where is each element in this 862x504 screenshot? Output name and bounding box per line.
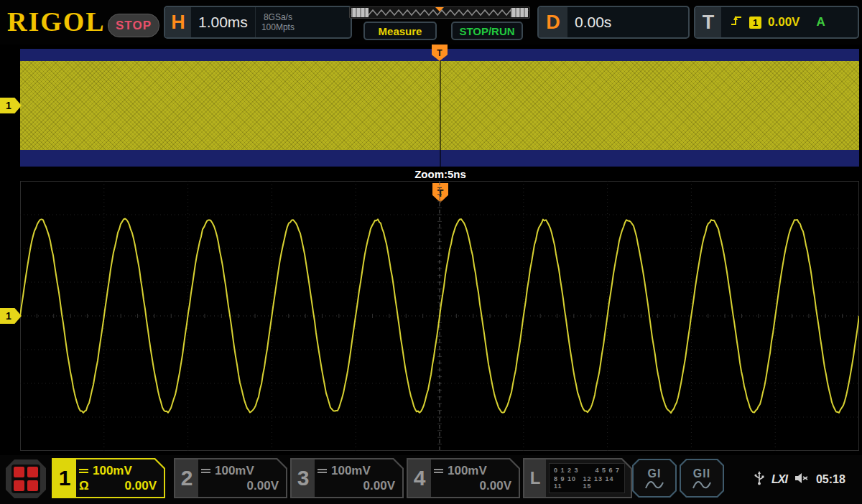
channel-2-number: 2 — [175, 459, 198, 497]
sample-rate: 8GSa/s — [264, 12, 292, 22]
acquisition-info: 8GSa/s 100Mpts — [255, 7, 300, 37]
preview-right-handle[interactable] — [511, 8, 528, 17]
delay-value: 0.00s — [567, 7, 618, 37]
main-window-overview — [20, 49, 859, 167]
bottom-status-bar: 1 100mV Ω 0.00V 2 — [0, 455, 862, 504]
dc-coupling-icon — [318, 467, 327, 475]
channel-1-offset: 0.00V — [125, 479, 157, 493]
generator-1-button[interactable]: GI — [632, 459, 677, 498]
channel-4-scale: 100mV — [448, 464, 487, 478]
channel-2-box[interactable]: 2 100mV 0.00V — [174, 458, 287, 498]
zoom-timebase-label: Zoom:5ns — [414, 168, 466, 180]
channel-4-box[interactable]: 4 100mV 0.00V — [407, 458, 520, 498]
logic-channels-box[interactable]: L 0 1 2 3 4 5 6 7 8 9 10 11 12 13 14 15 — [523, 458, 632, 498]
channel-3-number: 3 — [292, 459, 315, 497]
channel-2-offset: 0.00V — [247, 479, 279, 493]
channel-4-offset: 0.00V — [480, 479, 511, 493]
logic-group-0-3: 0 1 2 3 — [554, 467, 579, 474]
rigol-logo: RIGOL — [7, 6, 106, 37]
channel-1-scale: 100mV — [93, 464, 132, 478]
delay-settings-group[interactable]: D 0.00s — [537, 6, 690, 39]
logic-channel-numbers: 0 1 2 3 4 5 6 7 8 9 10 11 12 13 14 15 — [549, 463, 625, 493]
run-state-badge: STOP — [108, 14, 159, 37]
generator-1-label: GI — [648, 467, 662, 480]
channel-3-scale: 100mV — [331, 464, 371, 478]
menu-grid-icon — [11, 465, 40, 493]
waveform-plot — [20, 181, 859, 451]
waveform-preview-strip[interactable] — [349, 6, 530, 19]
timebase-value: 1.00ms — [191, 7, 255, 37]
generator-2-button[interactable]: GII — [680, 459, 724, 498]
usb-icon — [754, 471, 764, 488]
dc-coupling-icon — [201, 467, 210, 475]
trigger-label: T — [695, 7, 721, 37]
trigger-mode-badge: A — [816, 15, 825, 29]
stop-run-button[interactable]: STOP/RUN — [451, 22, 523, 40]
dc-coupling-icon — [79, 467, 88, 475]
trigger-level-value: 0.00V — [768, 15, 800, 29]
trigger-source-badge: 1 — [749, 17, 761, 29]
menu-button[interactable] — [6, 459, 46, 498]
channel-3-box[interactable]: 3 100mV 0.00V — [290, 458, 404, 498]
channel-1-box[interactable]: 1 100mV Ω 0.00V — [52, 458, 165, 498]
channel-4-number: 4 — [408, 459, 431, 497]
generator-2-label: GII — [693, 467, 710, 480]
horizontal-label: H — [165, 7, 191, 37]
lxi-label: LXI — [771, 473, 787, 486]
status-icons: LXI 05:18 — [754, 455, 845, 504]
header-bar: RIGOL STOP H 1.00ms 8GSa/s 100Mpts Measu… — [0, 0, 862, 45]
logic-group-12-15: 12 13 14 15 — [583, 475, 621, 490]
horizontal-settings-group[interactable]: H 1.00ms 8GSa/s 100Mpts — [164, 6, 352, 39]
memory-depth: 100Mpts — [261, 22, 295, 32]
channel-3-offset: 0.00V — [363, 479, 395, 493]
oscilloscope-screen: RIGOL STOP H 1.00ms 8GSa/s 100Mpts Measu… — [0, 0, 862, 504]
trigger-settings-group[interactable]: T 1 0.00V A — [694, 6, 859, 39]
logic-label: L — [524, 459, 546, 497]
overview-channel1-marker[interactable]: 1 — [0, 98, 22, 113]
clock: 05:18 — [816, 473, 845, 486]
logic-group-4-7: 4 5 6 7 — [595, 467, 620, 474]
logic-group-8-11: 8 9 10 11 — [554, 475, 583, 490]
measure-button[interactable]: Measure — [363, 22, 437, 40]
channel-2-scale: 100mV — [215, 464, 254, 478]
dc-coupling-icon — [434, 467, 443, 475]
channel-1-impedance: Ω — [79, 479, 89, 493]
delay-label: D — [539, 7, 567, 37]
waveform-display-area — [20, 181, 859, 451]
speaker-muted-icon[interactable] — [794, 472, 809, 487]
channel1-ground-marker[interactable]: 1 — [0, 308, 22, 324]
preview-left-handle[interactable] — [351, 8, 369, 17]
sine-icon — [692, 480, 711, 490]
channel-1-number: 1 — [53, 459, 76, 497]
trigger-slope-icon — [730, 14, 743, 30]
zoom-region-line — [440, 49, 441, 167]
preview-trigger-position-icon[interactable] — [435, 7, 444, 11]
sine-icon — [645, 480, 664, 490]
